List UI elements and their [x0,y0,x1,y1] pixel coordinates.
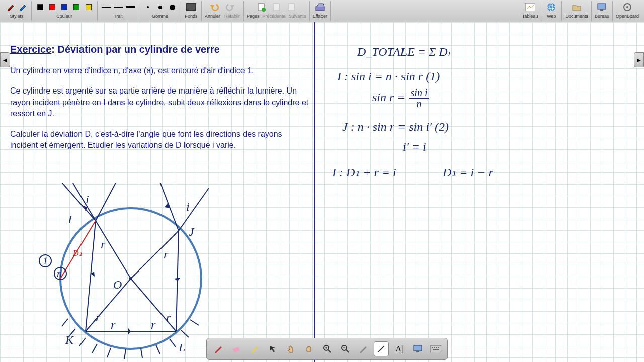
svg-marker-45 [165,203,171,208]
fraction-denominator: n [409,99,430,109]
pen-tool[interactable] [211,341,226,356]
math-line-2b: sin r = sin i n [372,87,429,109]
web-button[interactable] [544,0,558,14]
zoom-in-tool[interactable] [319,341,335,356]
stroke-group: Trait [98,1,139,21]
math-line-2b-lhs: sin r = [372,90,406,104]
eraser-tool[interactable] [229,341,244,356]
exercise-p3: Calculer la déviation D, c'est-à-dire l'… [10,129,312,151]
diagram-label-J: J [189,225,195,238]
next-page-button[interactable] [284,0,298,14]
exercise-heading-rest: : Déviation par un cylindre de verre [51,44,220,55]
color-black[interactable] [35,2,46,13]
zoom-out-tool[interactable] [338,341,353,356]
stroke-thin[interactable] [101,2,112,13]
diagram-label-r1: r [101,238,106,251]
undo-button[interactable] [208,0,222,14]
svg-rect-61 [434,347,435,348]
stylus-tool-2[interactable] [17,2,28,13]
color-green[interactable] [71,2,82,13]
text-tool[interactable]: A| [392,341,407,356]
color-group: Couleur [32,1,98,21]
diagram-label-K: K [65,333,74,346]
svg-line-35 [86,279,131,331]
exercise-block: Exercice: Déviation par un cylindre de v… [10,42,312,160]
desktop-button[interactable] [595,0,609,14]
svg-line-37 [73,183,96,221]
diagram-label-r4: r [111,318,116,331]
svg-line-56 [378,346,384,352]
color-blue[interactable] [59,2,70,13]
precedent-label: Précédente [263,14,286,19]
bottom-toolbar: A| [206,338,448,360]
line-tool[interactable] [374,341,389,356]
math-line-2a: I : sin i = n · sin r (1) [337,70,440,83]
documents-group: Documents [562,1,592,21]
exercise-p2: Ce cylindre est argenté sur sa partie ar… [10,85,312,119]
stylets-label: Stylets [10,14,23,19]
right-panel-tab[interactable]: ▶ [634,52,644,67]
screen-tool[interactable] [410,341,425,356]
diagram-label-r3: r [96,311,101,324]
stroke-thick[interactable] [125,2,136,13]
left-panel-tab[interactable]: ◀ [0,52,10,67]
svg-line-38 [179,188,209,231]
math-line-4a: I : D₁ + r = i [332,165,396,179]
svg-line-26 [181,330,189,337]
arrow-tool[interactable] [265,341,280,356]
keyboard-tool[interactable] [428,341,443,356]
documents-label: Documents [565,14,588,19]
hand-grab-tool[interactable] [301,341,316,356]
svg-line-21 [107,348,111,357]
annuler-label: Annuler [205,14,220,19]
stylets-group: Stylets [2,1,32,21]
background-button[interactable] [184,0,198,14]
board-button[interactable] [523,0,537,14]
svg-rect-1 [187,4,195,10]
suivante-label: Suivante [289,14,306,19]
diagram-label-r6: r [166,311,171,324]
gomme-label: Gomme [152,14,168,19]
color-red[interactable] [47,2,58,13]
stroke-med[interactable] [113,2,124,13]
eraser-large[interactable] [167,2,178,13]
erase-group: Effacer [310,1,331,21]
hand-point-tool[interactable] [283,341,298,356]
svg-marker-43 [128,328,131,334]
eraser-med[interactable] [154,2,166,13]
top-toolbar: Stylets Couleur Trait Gomme Fonds [0,0,644,22]
undo-group: Annuler Rétablir [202,1,244,21]
new-page-button[interactable] [254,0,268,14]
svg-line-50 [328,350,331,352]
color-yellow[interactable] [83,2,94,13]
diagram-label-i1: i [86,193,89,206]
highlighter-tool[interactable] [247,341,262,356]
erase-all-button[interactable] [313,0,327,14]
svg-line-22 [124,349,126,359]
stylus-tool-1[interactable] [5,2,16,13]
svg-line-31 [176,231,179,331]
diagram-label-i2: i [186,200,190,213]
svg-rect-60 [432,347,433,348]
whiteboard-canvas[interactable]: ◀ ▶ Exercice: Déviation par un cylindre … [0,22,644,362]
math-line-4b: D₁ = i − r [443,165,493,179]
diagram-label-L: L [178,341,185,354]
redo-button[interactable] [223,0,237,14]
eraser-small[interactable] [142,2,153,13]
svg-rect-6 [316,7,324,11]
laser-tool[interactable] [356,341,371,356]
openboard-button[interactable] [620,0,634,14]
svg-rect-63 [438,347,439,348]
svg-rect-57 [414,345,422,351]
vertical-divider [314,22,315,362]
svg-line-23 [141,348,142,358]
diagram-label-O: O [113,278,122,291]
prev-page-button[interactable] [269,0,283,14]
web-group: Web [541,1,562,21]
svg-line-27 [190,320,199,325]
svg-line-24 [156,345,160,354]
diagram-label-n: n [57,268,62,279]
exercise-heading-label: Exercice [10,44,51,55]
documents-button[interactable] [570,0,584,14]
pages-label: Pages [247,14,260,19]
